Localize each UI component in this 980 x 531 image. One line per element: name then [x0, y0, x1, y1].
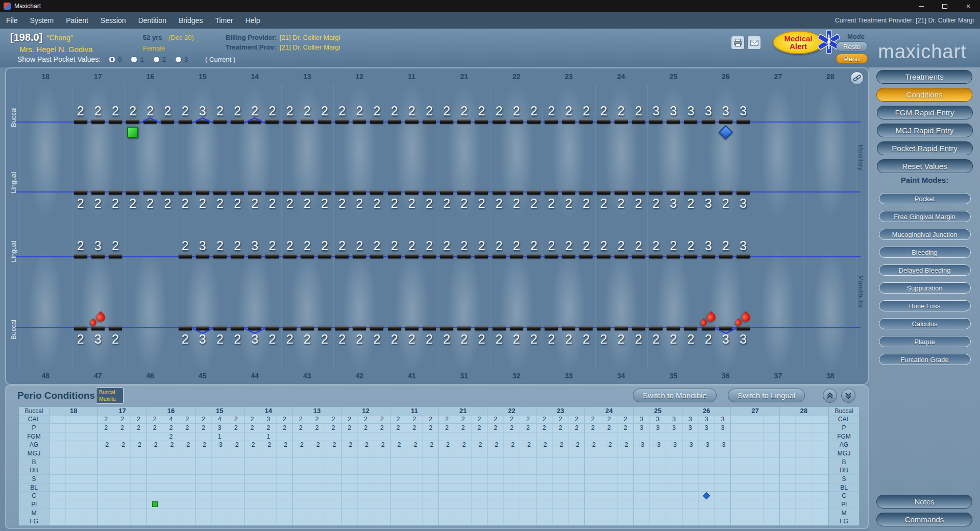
pocket-value[interactable]: 2 [391, 196, 398, 211]
table-cell[interactable] [796, 424, 812, 432]
table-cell[interactable] [569, 492, 584, 500]
pocket-value[interactable]: 2 [321, 238, 328, 253]
sidebar-button-fgm-rapid-entry[interactable]: FGM Rapid Entry [877, 106, 973, 119]
table-cell[interactable] [163, 466, 180, 474]
table-cell[interactable] [66, 449, 82, 457]
table-tooth-header-28[interactable]: 28 [780, 407, 828, 415]
table-cell[interactable]: 2 [487, 416, 504, 424]
table-cell[interactable] [796, 475, 812, 483]
table-cell[interactable] [812, 500, 828, 509]
table-cell[interactable]: 2 [114, 416, 131, 424]
table-cell[interactable] [179, 509, 195, 517]
table-cell[interactable] [780, 466, 796, 474]
pocket-value[interactable]: 2 [530, 103, 537, 118]
table-cell[interactable] [618, 475, 633, 483]
table-cell[interactable] [520, 466, 536, 474]
table-cell[interactable] [50, 441, 66, 449]
pocket-value[interactable]: 2 [496, 196, 503, 211]
tooth-number-21[interactable]: 21 [438, 73, 491, 81]
table-cell[interactable] [569, 484, 584, 492]
table-cell[interactable] [82, 492, 98, 500]
table-cell[interactable] [487, 509, 504, 517]
table-cell[interactable] [423, 432, 438, 441]
table-cell[interactable] [406, 458, 423, 466]
table-cell[interactable] [423, 484, 438, 492]
table-cell[interactable] [682, 500, 699, 509]
table-cell[interactable] [618, 449, 633, 457]
table-cell[interactable] [309, 500, 326, 509]
pocket-value[interactable]: 3 [740, 103, 747, 118]
table-cell[interactable] [260, 517, 277, 525]
table-cell[interactable] [731, 458, 747, 466]
tooth-number-34[interactable]: 34 [595, 372, 648, 380]
table-cell[interactable]: 2 [423, 416, 438, 424]
table-cell[interactable] [731, 500, 747, 509]
table-cell[interactable] [487, 458, 504, 466]
table-cell[interactable] [66, 458, 82, 466]
table-cell[interactable] [666, 449, 682, 457]
table-cell[interactable] [699, 492, 715, 500]
pocket-value[interactable]: 2 [548, 331, 555, 347]
table-cell[interactable] [455, 517, 472, 525]
menu-item-session[interactable]: Session [101, 16, 126, 25]
table-cell[interactable] [244, 466, 261, 474]
table-cell[interactable] [228, 509, 244, 517]
table-cell[interactable] [358, 432, 374, 441]
table-cell[interactable] [650, 475, 666, 483]
table-cell[interactable]: 2 [131, 416, 146, 424]
table-cell[interactable]: 2 [520, 424, 536, 432]
pocket-value[interactable]: 2 [565, 196, 572, 211]
table-cell[interactable]: -2 [504, 441, 520, 449]
tooth-number-45[interactable]: 45 [177, 372, 229, 380]
table-cell[interactable] [66, 475, 82, 483]
pocket-value[interactable]: 2 [373, 103, 380, 118]
table-tooth-header-11[interactable]: 11 [390, 407, 439, 415]
switch-to-mandible-button[interactable]: Switch to Mandible [633, 389, 717, 402]
table-cell[interactable] [131, 517, 146, 525]
pocket-value[interactable]: 2 [373, 238, 380, 253]
pocket-value[interactable]: 2 [478, 331, 485, 347]
pocket-value[interactable]: 3 [94, 238, 102, 253]
table-cell[interactable] [390, 458, 407, 466]
table-cell[interactable] [244, 449, 261, 457]
table-cell[interactable] [796, 466, 812, 474]
table-cell[interactable]: -2 [260, 441, 277, 449]
table-cell[interactable] [114, 458, 131, 466]
table-cell[interactable] [682, 458, 699, 466]
table-cell[interactable] [147, 500, 163, 509]
table-cell[interactable] [650, 432, 666, 441]
table-cell[interactable] [536, 484, 553, 492]
table-tooth-header-18[interactable]: 18 [50, 407, 98, 415]
table-cell[interactable] [50, 484, 66, 492]
table-cell[interactable] [536, 517, 553, 525]
table-cell[interactable] [406, 449, 423, 457]
sidebar-button-pocket-rapid-entry[interactable]: Pocket Rapid Entry [877, 141, 973, 155]
table-cell[interactable]: 3 [634, 416, 650, 424]
pocket-value[interactable]: 2 [94, 196, 102, 211]
table-cell[interactable] [796, 492, 812, 500]
table-cell[interactable] [601, 509, 618, 517]
table-cell[interactable]: 3 [666, 424, 682, 432]
table-cell[interactable] [504, 432, 520, 441]
table-cell[interactable] [341, 500, 358, 509]
table-cell[interactable] [325, 500, 341, 509]
table-cell[interactable] [358, 517, 374, 525]
table-cell[interactable] [553, 509, 569, 517]
table-cell[interactable] [585, 432, 601, 441]
table-cell[interactable] [650, 466, 666, 474]
table-cell[interactable]: -2 [131, 441, 146, 449]
table-cell[interactable] [66, 484, 82, 492]
table-cell[interactable]: -3 [634, 441, 650, 449]
pocket-value[interactable]: 2 [618, 196, 625, 211]
table-cell[interactable] [634, 449, 650, 457]
table-cell[interactable]: 2 [179, 424, 195, 432]
table-cell[interactable] [98, 449, 114, 457]
table-cell[interactable] [179, 517, 195, 525]
table-cell[interactable] [325, 509, 341, 517]
table-cell[interactable] [325, 475, 341, 483]
table-cell[interactable] [147, 449, 163, 457]
table-cell[interactable]: -2 [244, 441, 261, 449]
table-cell[interactable] [341, 492, 358, 500]
table-cell[interactable] [569, 475, 584, 483]
table-cell[interactable]: 2 [131, 424, 146, 432]
